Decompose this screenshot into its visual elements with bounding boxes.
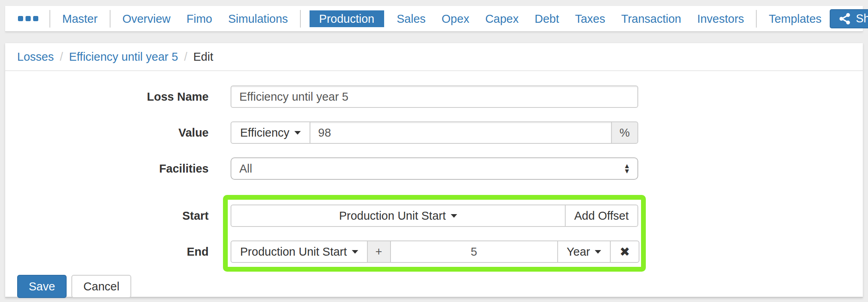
nav-item-overview[interactable]: Overview xyxy=(122,10,171,27)
nav-item-investors[interactable]: Investors xyxy=(697,10,744,27)
cancel-button[interactable]: Cancel xyxy=(71,275,131,298)
content-card: Losses / Efficiency until year 5 / Edit … xyxy=(5,43,863,298)
nav-item-sales[interactable]: Sales xyxy=(397,10,426,27)
end-offset-value-input[interactable] xyxy=(390,240,558,263)
nav-divider xyxy=(756,10,757,28)
facilities-select[interactable]: All ▲▼ xyxy=(231,157,638,180)
ellipsis-icon xyxy=(18,16,23,21)
end-reference-selected: Production Unit Start xyxy=(240,245,347,258)
loss-name-row: Loss Name xyxy=(5,85,863,108)
offset-operator-addon: + xyxy=(367,240,391,263)
share-icon xyxy=(838,12,851,25)
end-label: End xyxy=(5,240,219,263)
start-reference-dropdown[interactable]: Production Unit Start xyxy=(231,205,566,227)
breadcrumb-separator: / xyxy=(60,50,63,64)
select-arrows-icon: ▲▼ xyxy=(623,163,630,174)
nav-item-production[interactable]: Production xyxy=(310,10,384,27)
loss-name-label: Loss Name xyxy=(5,85,219,108)
caret-down-icon xyxy=(352,250,358,254)
end-offset-unit-selected: Year xyxy=(567,245,590,258)
facilities-label: Facilities xyxy=(5,157,219,180)
nav-item-opex[interactable]: Opex xyxy=(442,10,469,27)
nav-item-debt[interactable]: Debt xyxy=(535,10,559,27)
value-row: Value Efficiency % xyxy=(5,121,863,144)
end-row: End Production Unit Start + Year ✖ xyxy=(5,240,863,263)
breadcrumb: Losses / Efficiency until year 5 / Edit xyxy=(5,43,863,71)
nav-item-master[interactable]: Master xyxy=(62,10,98,27)
value-amount-input[interactable] xyxy=(310,121,612,144)
nav-item-taxes[interactable]: Taxes xyxy=(575,10,605,27)
breadcrumb-loss-link[interactable]: Efficiency until year 5 xyxy=(69,50,178,64)
nav-divider xyxy=(110,10,110,28)
caret-down-icon xyxy=(451,214,457,218)
breadcrumb-current-page: Edit xyxy=(193,50,213,64)
nav-item-templates[interactable]: Templates xyxy=(769,10,821,27)
start-row: Start Production Unit Start Add Offset xyxy=(5,205,863,227)
percent-unit-addon: % xyxy=(611,121,638,144)
ellipsis-icon xyxy=(33,16,38,21)
top-navbar: Master Overview Fimo Simulations Product… xyxy=(5,6,863,32)
start-reference-selected: Production Unit Start xyxy=(339,209,446,223)
highlighted-section: Start Production Unit Start Add Offset E… xyxy=(5,193,863,272)
end-reference-dropdown[interactable]: Production Unit Start xyxy=(231,240,368,263)
nav-item-transaction[interactable]: Transaction xyxy=(621,10,681,27)
share-project-label: Share Project xyxy=(856,12,868,25)
caret-down-icon xyxy=(595,250,601,254)
add-offset-button[interactable]: Add Offset xyxy=(565,205,639,227)
facilities-row: Facilities All ▲▼ xyxy=(5,157,863,180)
value-type-selected: Efficiency xyxy=(240,126,290,139)
ellipsis-icon xyxy=(26,16,31,21)
remove-offset-button[interactable]: ✖ xyxy=(610,240,639,263)
value-label: Value xyxy=(5,121,219,144)
form-actions: Save Cancel xyxy=(5,275,863,298)
share-project-button[interactable]: Share Project xyxy=(830,9,868,28)
loss-name-input[interactable] xyxy=(231,85,638,108)
ellipsis-menu-button[interactable] xyxy=(16,12,40,25)
nav-item-capex[interactable]: Capex xyxy=(485,10,519,27)
start-label: Start xyxy=(5,205,219,227)
caret-down-icon xyxy=(294,131,301,135)
loss-edit-form: Loss Name Value Efficiency % Facilities … xyxy=(5,71,863,298)
save-button[interactable]: Save xyxy=(17,275,67,298)
end-offset-unit-dropdown[interactable]: Year xyxy=(557,240,611,263)
remove-x-icon: ✖ xyxy=(619,244,630,259)
nav-divider xyxy=(300,10,301,28)
value-type-dropdown[interactable]: Efficiency xyxy=(231,121,310,144)
breadcrumb-losses-link[interactable]: Losses xyxy=(17,50,54,64)
facilities-selected-value: All xyxy=(239,162,252,175)
nav-item-simulations[interactable]: Simulations xyxy=(228,10,288,27)
nav-divider xyxy=(49,10,50,28)
nav-item-fimo[interactable]: Fimo xyxy=(187,10,212,27)
breadcrumb-separator: / xyxy=(184,50,187,64)
